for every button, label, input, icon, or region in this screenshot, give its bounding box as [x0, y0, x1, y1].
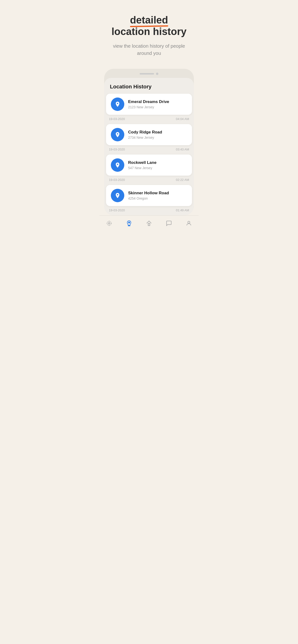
nav-item-home[interactable] [142, 218, 156, 228]
chat-nav-icon [166, 220, 172, 227]
location-pin-icon-1 [111, 98, 124, 111]
nav-item-chat[interactable] [162, 218, 176, 228]
location-name-3: Rockwell Lane [128, 160, 187, 165]
location-card-3[interactable]: Rockwell Lane 547 New Jersey [106, 154, 192, 176]
location-address-4: 4254 Oregon [128, 196, 187, 200]
list-item: Rockwell Lane 547 New Jersey 19-03-2020 … [104, 154, 194, 185]
location-meta-4: 19-03-2020 01:49 AM [104, 206, 194, 216]
pin-svg [114, 162, 121, 168]
location-name-2: Cody Ridge Road [128, 130, 187, 135]
pin-svg [114, 101, 121, 107]
notch-pill [140, 73, 154, 74]
location-meta-1: 19-03-2020 04:04 AM [104, 115, 194, 124]
list-item: Skinner Hollow Road 4254 Oregon 19-03-20… [104, 185, 194, 216]
hero-subtitle: view the location history of people arou… [109, 42, 189, 57]
location-time-4: 01:49 AM [176, 208, 189, 212]
location-info-3: Rockwell Lane 547 New Jersey [128, 160, 187, 170]
hero-title-highlighted: detailed [130, 14, 168, 26]
home-nav-icon [146, 220, 152, 227]
location-list: Emeral Dreams Drive 2123 New Jersey 19-0… [104, 94, 194, 216]
location-pin-icon-3 [111, 158, 124, 172]
svg-rect-3 [128, 225, 130, 226]
location-time-2: 03:43 AM [176, 148, 189, 151]
nav-item-map[interactable] [122, 218, 136, 228]
svg-point-0 [108, 222, 110, 224]
profile-nav-icon [186, 220, 192, 227]
location-card-2[interactable]: Cody Ridge Road 2734 New Jersey [106, 124, 192, 145]
svg-point-2 [128, 222, 129, 223]
list-item: Cody Ridge Road 2734 New Jersey 19-03-20… [104, 124, 194, 154]
location-address-1: 2123 New Jersey [128, 105, 187, 109]
nav-item-location[interactable] [102, 218, 116, 228]
location-time-3: 02:22 AM [176, 178, 189, 182]
svg-point-1 [107, 221, 111, 225]
location-pin-icon-4 [111, 189, 124, 202]
location-date-4: 19-03-2020 [109, 208, 125, 212]
location-name-4: Skinner Hollow Road [128, 191, 187, 196]
screen-title: Location History [104, 84, 194, 94]
location-date-2: 19-03-2020 [109, 148, 125, 151]
phone-notch-bar [104, 72, 194, 78]
svg-point-5 [188, 221, 190, 223]
hero-title: detailed location history [109, 14, 189, 38]
location-address-2: 2734 New Jersey [128, 136, 187, 140]
location-info-4: Skinner Hollow Road 4254 Oregon [128, 191, 187, 200]
phone-mockup: Location History Emeral Dreams Drive 212… [104, 69, 194, 216]
location-date-3: 19-03-2020 [109, 178, 125, 182]
location-pin-icon-2 [111, 128, 124, 141]
location-info-2: Cody Ridge Road 2734 New Jersey [128, 130, 187, 140]
map-nav-icon [126, 220, 132, 227]
notch-dot [156, 72, 158, 75]
location-card-1[interactable]: Emeral Dreams Drive 2123 New Jersey [106, 94, 192, 115]
location-nav-icon [106, 220, 112, 227]
location-date-1: 19-03-2020 [109, 117, 125, 121]
nav-item-profile[interactable] [182, 218, 196, 228]
location-meta-3: 19-03-2020 02:22 AM [104, 176, 194, 185]
svg-rect-4 [148, 223, 150, 226]
bottom-nav [99, 216, 199, 233]
location-time-1: 04:04 AM [176, 117, 189, 121]
pin-svg [114, 192, 121, 198]
location-card-4[interactable]: Skinner Hollow Road 4254 Oregon [106, 185, 192, 206]
list-item: Emeral Dreams Drive 2123 New Jersey 19-0… [104, 94, 194, 124]
location-info-1: Emeral Dreams Drive 2123 New Jersey [128, 100, 187, 109]
hero-title-line2: location history [112, 26, 187, 37]
hero-section: detailed location history view the locat… [99, 0, 199, 64]
pin-svg [114, 132, 121, 138]
location-name-1: Emeral Dreams Drive [128, 100, 187, 104]
app-content: Location History Emeral Dreams Drive 212… [104, 78, 194, 216]
location-address-3: 547 New Jersey [128, 166, 187, 170]
location-meta-2: 19-03-2020 03:43 AM [104, 145, 194, 154]
